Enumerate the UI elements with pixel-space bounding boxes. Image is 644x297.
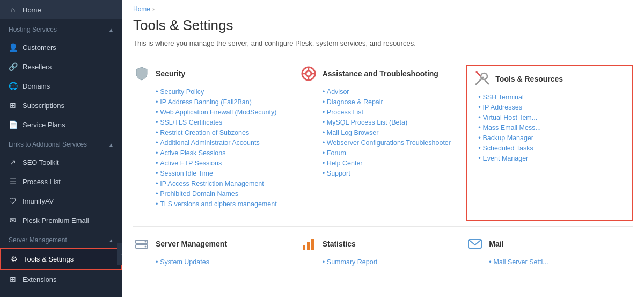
sidebar-item-imunify[interactable]: 🛡 ImunifyAV	[0, 191, 122, 211]
card-link[interactable]: Mail Server Setti...	[494, 258, 548, 266]
sidebar-item-process-list[interactable]: ☰ Process List	[0, 172, 122, 191]
plesk-icon: ✉	[9, 216, 17, 224]
svg-rect-15	[307, 242, 310, 250]
list-item: IP Access Restriction Management	[156, 179, 289, 187]
list-item: Event Manager	[478, 154, 627, 162]
card-link[interactable]: MySQL Process List (Beta)	[327, 119, 407, 126]
card-link[interactable]: IP Address Banning (Fail2Ban)	[160, 98, 252, 106]
page-title: Tools & Settings	[122, 15, 644, 39]
sidebar-item-tools-settings[interactable]: ⚙ Tools & Settings	[0, 248, 122, 270]
mail-title: Mail	[489, 240, 503, 248]
card-link[interactable]: Session Idle Time	[160, 170, 213, 177]
list-item: Backup Manager	[478, 134, 627, 142]
cards-row-2: Server Management System Updates Statist…	[122, 235, 644, 279]
card-link[interactable]: Help Center	[327, 160, 363, 167]
page-description: This is where you manage the server, and…	[122, 39, 644, 56]
card-link[interactable]: Mail Log Browser	[327, 129, 379, 136]
chevron-up-icon2: ▲	[108, 142, 114, 148]
card-link[interactable]: Advisor	[327, 88, 349, 96]
card-link[interactable]: Forum	[327, 149, 346, 157]
list-item: Advisor	[323, 88, 456, 96]
card-link[interactable]: IP Addresses	[483, 104, 522, 111]
card-link[interactable]: System Updates	[160, 258, 209, 266]
sidebar-item-domains[interactable]: 🌐 Domains	[0, 76, 122, 96]
sidebar-section-hosting[interactable]: Hosting Services ▲	[0, 21, 122, 38]
server-management-links: System Updates	[133, 258, 289, 266]
card-tools-header: Tools & Resources	[473, 70, 627, 88]
list-item: Webserver Configurations Troubleshooter	[323, 139, 456, 147]
card-link[interactable]: Diagnose & Repair	[327, 98, 383, 106]
card-link[interactable]: TLS versions and ciphers management	[160, 200, 276, 208]
lifebuoy-icon	[300, 65, 317, 82]
tools-icon: ⚙	[10, 255, 18, 263]
card-link[interactable]: Support	[327, 170, 350, 177]
card-link[interactable]: Active Plesk Sessions	[160, 149, 225, 157]
server-icon	[133, 235, 150, 252]
customers-icon: 👤	[9, 43, 17, 52]
sidebar-item-service-plans[interactable]: 📄 Service Plans	[0, 115, 122, 134]
svg-point-7	[481, 73, 487, 79]
card-link[interactable]: Summary Report	[327, 258, 377, 266]
card-link[interactable]: Active FTP Sessions	[160, 160, 222, 167]
sidebar-item-resellers[interactable]: 🔗 Resellers	[0, 57, 122, 76]
list-item: Restrict Creation of Subzones	[156, 128, 289, 136]
row-divider	[133, 226, 633, 227]
list-item: Scheduled Tasks	[478, 144, 627, 152]
sidebar-section-server[interactable]: Server Management ▲	[0, 232, 122, 248]
sidebar-item-seo[interactable]: ↗ SEO Toolkit	[0, 153, 122, 172]
svg-line-8	[477, 72, 480, 75]
sidebar-item-plesk-premium[interactable]: ✉ Plesk Premium Email	[0, 211, 122, 230]
list-item: Session Idle Time	[156, 169, 289, 177]
list-item: Mail Server Setti...	[489, 258, 623, 266]
service-plans-icon: 📄	[9, 120, 17, 129]
list-item: MySQL Process List (Beta)	[323, 118, 456, 126]
card-tools-resources: Tools & Resources SSH TerminalIP Address…	[466, 65, 633, 221]
breadcrumb-home-link[interactable]: Home	[133, 5, 150, 13]
list-item: Web Application Firewall (ModSecurity)	[156, 108, 289, 116]
card-link[interactable]: Restrict Creation of Subzones	[160, 129, 249, 136]
card-link[interactable]: Additional Administrator Accounts	[160, 139, 260, 147]
card-link[interactable]: Scheduled Tasks	[483, 144, 533, 152]
list-item: Mail Log Browser	[323, 128, 456, 136]
card-link[interactable]: Mass Email Mess...	[483, 124, 541, 132]
sidebar-collapse-button[interactable]: ‹	[117, 243, 122, 265]
list-item: SSH Terminal	[478, 93, 627, 101]
card-link[interactable]: SSH Terminal	[483, 93, 524, 101]
security-title: Security	[156, 69, 185, 78]
card-link[interactable]: IP Access Restriction Management	[160, 180, 264, 187]
assistance-title: Assistance and Troubleshooting	[323, 69, 438, 78]
card-link[interactable]: Webserver Configurations Troubleshooter	[327, 139, 451, 147]
sidebar-item-customers[interactable]: 👤 Customers	[0, 38, 122, 57]
card-link[interactable]: Virtual Host Tem...	[483, 114, 538, 121]
svg-point-13	[145, 246, 147, 248]
card-link[interactable]: SSL/TLS Certificates	[160, 119, 222, 126]
chart-icon	[300, 235, 317, 252]
breadcrumb-separator: ›	[152, 5, 155, 13]
list-item: SSL/TLS Certificates	[156, 118, 289, 126]
process-icon: ☰	[9, 177, 17, 186]
card-security: Security Security PolicyIP Address Banni…	[133, 65, 300, 221]
tools-resources-links: SSH TerminalIP AddressesVirtual Host Tem…	[473, 93, 627, 162]
resellers-icon: 🔗	[9, 62, 17, 71]
sidebar-item-extensions[interactable]: ⊞ Extensions	[0, 270, 122, 289]
card-link[interactable]: Process List	[327, 108, 363, 116]
card-mail: Mail Mail Server Setti...	[466, 235, 633, 279]
card-link[interactable]: Prohibited Domain Names	[160, 190, 238, 198]
list-item: Process List	[323, 108, 456, 116]
card-link[interactable]: Web Application Firewall (ModSecurity)	[160, 108, 276, 116]
tools-resources-title: Tools & Resources	[495, 75, 563, 83]
subscriptions-icon: ⊞	[9, 101, 17, 110]
sidebar-section-links[interactable]: Links to Additional Services ▲	[0, 136, 122, 153]
sidebar-item-subscriptions[interactable]: ⊞ Subscriptions	[0, 96, 122, 115]
card-link[interactable]: Event Manager	[483, 155, 529, 162]
card-link[interactable]: Backup Manager	[483, 134, 534, 142]
list-item: IP Addresses	[478, 103, 627, 111]
statistics-title: Statistics	[323, 240, 356, 248]
sidebar-item-home[interactable]: ⌂ Home	[0, 0, 122, 19]
list-item: Security Policy	[156, 88, 289, 96]
mail-icon	[466, 235, 484, 252]
card-link[interactable]: Security Policy	[160, 88, 204, 96]
svg-line-9	[485, 81, 488, 84]
cards-row-1: Security Security PolicyIP Address Banni…	[122, 65, 644, 221]
list-item: Forum	[323, 149, 456, 157]
